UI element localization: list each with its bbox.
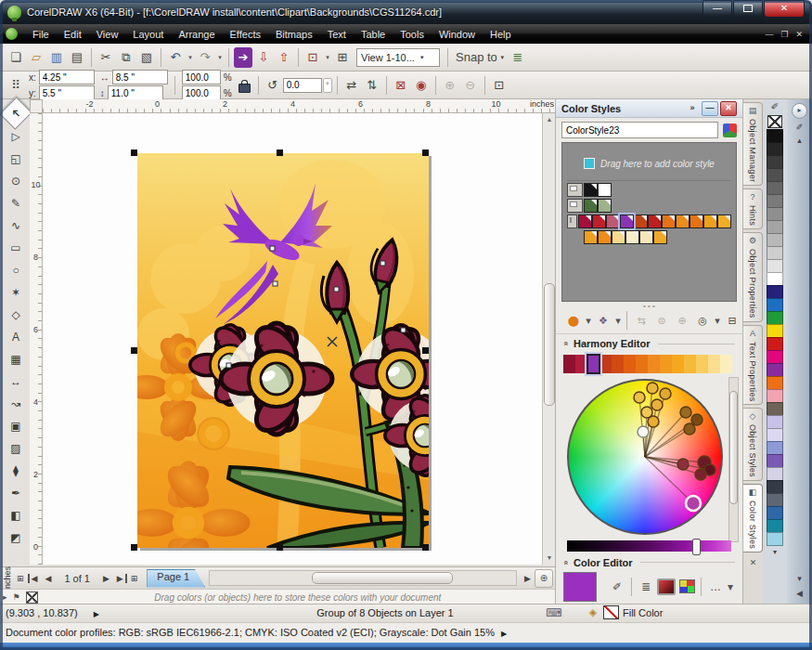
tab-text-properties[interactable]: A Text Properties <box>743 325 763 406</box>
color-style-swatch[interactable] <box>606 214 620 228</box>
ruler-origin-button[interactable] <box>30 99 43 113</box>
import-icon[interactable]: ⇩ <box>254 47 273 68</box>
menu-item[interactable]: Arrange <box>171 27 222 42</box>
search-content-icon[interactable]: ➔ <box>234 47 252 68</box>
color-style-swatch[interactable] <box>578 214 592 228</box>
harmony-color[interactable] <box>599 355 612 373</box>
options-icon[interactable]: ≣ <box>509 47 527 68</box>
harmony-folder-icon[interactable] <box>567 214 577 228</box>
sort-styles-icon[interactable]: ⊜ <box>652 312 671 329</box>
harmony-color[interactable] <box>624 355 636 373</box>
color-eyedropper-icon[interactable]: ⧫ <box>6 460 26 482</box>
flyout-arrow-icon[interactable]: ▸ <box>0 592 10 602</box>
title-bar[interactable]: CorelDRAW X6 (64-Bit) - [f:\CorelDRAW in… <box>0 0 812 24</box>
crop-icon[interactable]: ◱ <box>6 148 26 170</box>
selection-handle[interactable] <box>131 150 137 156</box>
menu-item[interactable]: Help <box>483 27 519 42</box>
ungroup-icon[interactable]: ⊖ <box>461 75 480 96</box>
mirror-horizontal-icon[interactable]: ⇄ <box>342 75 361 96</box>
menu-item[interactable]: File <box>25 27 57 42</box>
undo-dropdown-icon[interactable]: ▾ <box>187 47 194 68</box>
application-launcher-icon[interactable]: ⊡ <box>303 47 322 68</box>
color-style-swatch[interactable] <box>625 230 639 244</box>
table-icon[interactable]: ▦ <box>6 348 26 370</box>
palette-color[interactable] <box>767 246 783 260</box>
chevron-down-icon[interactable]: ▾ <box>797 574 802 583</box>
menu-item[interactable]: View <box>89 27 126 42</box>
color-style-swatch[interactable] <box>634 214 648 228</box>
color-palettes-icon[interactable] <box>677 577 696 597</box>
scroll-right-icon[interactable]: ▶ <box>521 574 535 583</box>
palette-scroll-down-icon[interactable]: ▾ <box>773 548 777 556</box>
docker-minimize-button[interactable]: — <box>702 101 718 116</box>
docker-scrollbar[interactable] <box>728 377 739 542</box>
ellipse-icon[interactable]: ○ <box>6 259 26 281</box>
selection-handle[interactable] <box>131 544 137 551</box>
palette-color[interactable] <box>767 350 783 364</box>
slider-handle[interactable] <box>692 539 701 555</box>
text-icon[interactable]: A <box>6 326 26 348</box>
harmony-nodes-overlay[interactable] <box>567 379 723 535</box>
transparency-icon[interactable]: ▨ <box>6 437 26 460</box>
selection-handle[interactable] <box>277 150 283 156</box>
apply-style-icon[interactable]: ⊕ <box>673 312 691 329</box>
new-color-style-dropdown-icon[interactable]: ▾ <box>585 312 592 329</box>
color-style-swatch[interactable] <box>653 230 667 244</box>
docker-title-bar[interactable]: Color Styles » — ✕ <box>556 99 742 118</box>
palette-color[interactable] <box>767 259 783 273</box>
fill-bucket-icon[interactable]: ◈ <box>586 606 599 618</box>
tab-object-styles[interactable]: ◇ Object Styles <box>743 408 763 481</box>
harmony-options-dropdown-icon[interactable]: ▾ <box>714 312 721 329</box>
palette-color[interactable] <box>767 532 783 546</box>
drawing-canvas[interactable] <box>43 113 542 565</box>
mirror-vertical-icon[interactable]: ⇅ <box>363 75 381 96</box>
harmony-color[interactable] <box>563 355 575 373</box>
menu-item[interactable]: Table <box>354 27 393 42</box>
convert-to-curves-icon[interactable]: ⊠ <box>392 75 410 96</box>
fill-color-swatch[interactable] <box>603 605 619 619</box>
doc-close-button[interactable]: ✕ <box>795 30 803 39</box>
palette-color[interactable] <box>767 233 783 247</box>
color-style-swatch[interactable] <box>648 214 662 228</box>
merge-styles-icon[interactable]: ⇆ <box>632 312 651 329</box>
palette-color[interactable] <box>767 415 783 429</box>
menu-item[interactable]: Layout <box>125 27 171 42</box>
no-color-swatch[interactable] <box>26 592 38 604</box>
rectangle-icon[interactable]: ▭ <box>6 237 26 259</box>
welcome-screen-icon[interactable]: ⊞ <box>333 47 352 68</box>
harmony-color[interactable] <box>720 355 732 373</box>
palette-color[interactable] <box>767 402 783 416</box>
color-style-swatch[interactable] <box>598 183 612 197</box>
lock-ratio-icon[interactable] <box>238 84 251 93</box>
color-style-swatch[interactable] <box>620 214 634 228</box>
palette-color[interactable] <box>767 363 783 377</box>
menu-item[interactable]: Edit <box>57 27 89 42</box>
y-position-field[interactable] <box>39 85 95 100</box>
harmony-color[interactable] <box>660 355 672 373</box>
first-page-button[interactable]: ◀ <box>28 574 42 583</box>
palette-color[interactable] <box>767 441 783 455</box>
tab-color-styles[interactable]: ◧ Color Styles <box>743 484 763 552</box>
harmony-color[interactable] <box>587 355 599 373</box>
document-page[interactable] <box>137 153 429 548</box>
previous-page-button[interactable]: ◀ <box>41 574 55 583</box>
color-styles-panel[interactable]: Drag here to add color style <box>561 142 737 302</box>
collapse-dockers-icon[interactable]: ◀ <box>796 589 803 598</box>
open-icon[interactable]: ▱ <box>27 47 45 68</box>
next-page-button[interactable]: ▶ <box>99 574 113 583</box>
cut-icon[interactable]: ✂ <box>97 47 115 68</box>
palette-color[interactable] <box>767 480 783 494</box>
palette-color[interactable] <box>767 506 783 520</box>
menu-item[interactable]: Effects <box>223 27 268 42</box>
palette-scroll-up-icon[interactable]: ▴ <box>797 136 802 145</box>
color-style-swatch[interactable] <box>584 230 598 244</box>
rotation-angle-field[interactable] <box>283 78 322 93</box>
palette-color[interactable] <box>767 220 783 234</box>
color-style-swatch[interactable] <box>584 199 598 213</box>
scale-y-field[interactable] <box>182 85 221 100</box>
color-style-swatch[interactable] <box>676 214 690 228</box>
selection-handle[interactable] <box>422 150 429 156</box>
zoom-icon[interactable]: ⊙ <box>6 170 26 192</box>
dimension-icon[interactable]: ↔ <box>6 370 26 393</box>
palette-color[interactable] <box>767 454 783 468</box>
